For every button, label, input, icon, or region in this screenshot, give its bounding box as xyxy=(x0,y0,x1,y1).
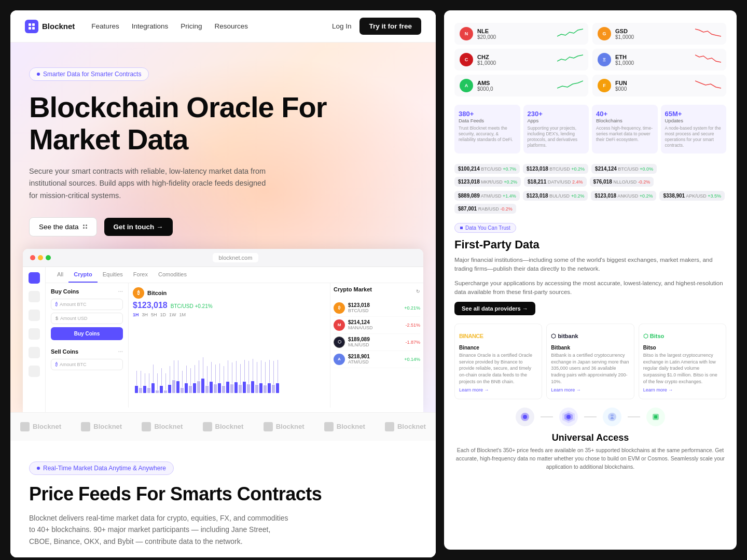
ticker-nle: N NLE $20,000 xyxy=(454,23,588,45)
bitso-logo: ⬡ Bitso xyxy=(643,330,722,342)
hero-title-line2: Market Data xyxy=(29,123,188,156)
tab-all[interactable]: All xyxy=(52,267,68,283)
tf-1m[interactable]: 1M xyxy=(179,312,186,317)
partner-icon-1 xyxy=(20,422,30,431)
hero-actions: See the data Get in touch → xyxy=(29,217,417,236)
diagram-node-1 xyxy=(516,408,534,426)
mln-info: $189,089 MLN/USD xyxy=(348,337,402,347)
gsd-sparkline xyxy=(695,27,721,40)
section-badge-dot xyxy=(37,467,40,470)
diagram-line-3 xyxy=(628,416,640,417)
get-in-touch-label: Get in touch → xyxy=(114,223,163,231)
crypto-list-header: Crypto Market ↻ xyxy=(334,286,420,297)
section-title: Price Feeds For Smarts Contracts xyxy=(29,483,417,505)
partner-icon-4 xyxy=(203,422,212,431)
tab-crypto[interactable]: Crypto xyxy=(68,267,97,283)
tf-1h[interactable]: 1H xyxy=(133,312,139,317)
partner-icon-6 xyxy=(324,422,334,431)
diagram-line-2 xyxy=(584,416,597,417)
partner-7: Blocknet xyxy=(385,422,426,431)
nav-features[interactable]: Features xyxy=(91,22,119,30)
stat-updates: 65M+ Updates A node-based system for the… xyxy=(661,105,727,153)
nav-right: Log In Try it for free xyxy=(332,18,421,35)
svg-rect-0 xyxy=(29,23,31,26)
crypto-item-mln: ⬡ $189,089 MLN/USD -1.87% xyxy=(334,334,420,351)
svg-rect-1 xyxy=(32,23,35,26)
sidebar-icon-chart[interactable] xyxy=(29,291,40,302)
partner-name-2: Blocknet xyxy=(93,423,122,430)
hero-badge-text: Smarter Data for Smarter Contracts xyxy=(43,71,141,78)
first-party-section: Data You Can Trust First-Party Data Majo… xyxy=(454,222,726,399)
eth-icon: Ξ xyxy=(598,53,611,66)
see-all-providers-button[interactable]: See all data providers → xyxy=(454,302,535,315)
sell-amount-btc[interactable]: ₿ Amount BTC xyxy=(51,359,123,370)
ticker-grid: N NLE $20,000 G GSD $1,0000 C CHZ $1,00 xyxy=(454,23,726,96)
partner-4: Blocknet xyxy=(203,422,244,431)
universal-section: Ξ Universal Access Each of Blocknet's 35… xyxy=(454,408,726,471)
chart-pair-change: BTC/USD +0.21% xyxy=(171,303,213,309)
ams-icon: A xyxy=(460,79,473,92)
sidebar-icon-mail[interactable] xyxy=(29,366,40,377)
diagram-line-1 xyxy=(541,416,553,417)
price-pill2-0: $889,089 ATM/USD +1.4% xyxy=(454,191,520,201)
nav-logo[interactable]: Blocknet xyxy=(25,20,75,33)
amount-usd-input[interactable]: $ Amount USD xyxy=(51,313,123,324)
price-pill-1: $123,018 BTC/USD +0.2% xyxy=(523,164,588,174)
first-party-title: First-Party Data xyxy=(454,238,726,251)
stats-row: 380+ Data Feeds Trust Blocknet meets the… xyxy=(454,105,726,153)
universal-title: Universal Access xyxy=(454,432,726,443)
partner-5: Blocknet xyxy=(264,422,305,431)
partner-3: Blocknet xyxy=(142,422,183,431)
nav-login[interactable]: Log In xyxy=(332,22,352,30)
see-data-button[interactable]: See the data xyxy=(29,217,97,236)
tf-1w[interactable]: 1W xyxy=(169,312,176,317)
ams-sparkline xyxy=(557,79,583,92)
sidebar-icon-calendar[interactable] xyxy=(29,347,40,358)
partner-icon-3 xyxy=(142,422,151,431)
crypto-item-mana: M $214,124 MANA/USD -2.51% xyxy=(334,317,420,334)
partner-6: Blocknet xyxy=(324,422,365,431)
fp-badge-text: Data You Can Trust xyxy=(465,225,510,231)
diagram-node-eth: Ξ xyxy=(603,408,621,426)
sidebar-icon-home[interactable] xyxy=(29,272,40,284)
sidebar-icon-settings[interactable] xyxy=(29,328,40,340)
chart-header: ₿ Bitcoin xyxy=(133,287,326,299)
partner-icon-5 xyxy=(264,422,273,431)
ticker-gsd: G GSD $1,0000 xyxy=(592,23,726,45)
see-all-providers-label: See all data providers → xyxy=(462,305,528,312)
navbar: Blocknet Features Integrations Pricing R… xyxy=(10,10,436,43)
tab-forex[interactable]: Forex xyxy=(128,267,153,283)
nav-links: Features Integrations Pricing Resources xyxy=(91,22,248,30)
nav-cta-button[interactable]: Try it for free xyxy=(359,18,421,35)
nav-integrations[interactable]: Integrations xyxy=(132,22,169,30)
binance-logo: BINANCE xyxy=(459,330,537,342)
tab-commodities[interactable]: Comodities xyxy=(153,267,192,283)
partner-name-1: Blocknet xyxy=(33,423,61,430)
sidebar-icon-clock[interactable] xyxy=(29,310,40,321)
hero-content: Smarter Data for Smarter Contracts Block… xyxy=(29,67,417,412)
chart-panel: ₿ Bitcoin $123,018 BTC/USD +0.21% xyxy=(129,283,330,408)
partner-icon-7 xyxy=(385,422,394,431)
mockup-address-bar: blocknet.com xyxy=(213,253,259,262)
logo-icon xyxy=(25,20,38,33)
nav-pricing[interactable]: Pricing xyxy=(181,22,202,30)
hero-badge: Smarter Data for Smarter Contracts xyxy=(29,67,149,81)
crypto-item-atm: A $218,901 ATM/USD +0.14% xyxy=(334,351,420,368)
nav-resources[interactable]: Resources xyxy=(214,22,248,30)
get-in-touch-button[interactable]: Get in touch → xyxy=(104,218,173,236)
mana-info: $214,124 MANA/USD xyxy=(348,319,402,330)
chart-timeframes: 1H 3H 5H 1D 1W 1M xyxy=(133,312,326,317)
chart-price-row: $123,018 BTC/USD +0.21% xyxy=(133,301,326,310)
data-dots-icon xyxy=(83,225,87,229)
tab-equities[interactable]: Equities xyxy=(98,267,128,283)
tf-5h[interactable]: 5H xyxy=(151,312,157,317)
buy-coins-button[interactable]: Buy Coins xyxy=(51,327,123,340)
refresh-icon[interactable]: ↻ xyxy=(416,289,420,294)
tf-3h[interactable]: 3H xyxy=(142,312,148,317)
universal-desc: Each of Blocknet's 350+ price feeds are … xyxy=(454,446,726,471)
tf-1d[interactable]: 1D xyxy=(160,312,167,317)
hero-subtitle: Secure your smart contracts with reliabl… xyxy=(29,165,268,202)
chart-price: $123,018 xyxy=(133,301,168,310)
fun-icon: F xyxy=(598,79,611,92)
amount-btc-input[interactable]: ₿ Amount BTC xyxy=(51,299,123,310)
